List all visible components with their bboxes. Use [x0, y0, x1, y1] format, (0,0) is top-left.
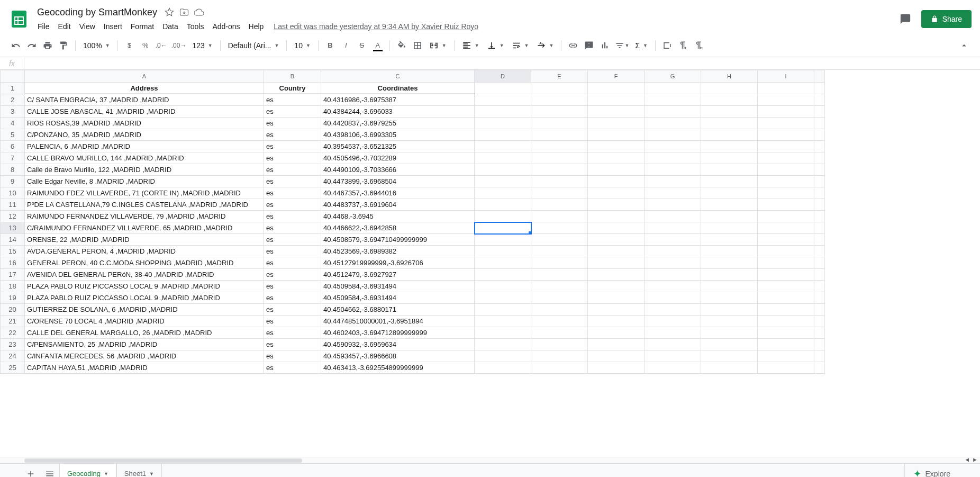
font-size-select[interactable]: 10▼ — [291, 38, 314, 53]
cell-H4[interactable] — [701, 118, 758, 129]
cell-F20[interactable] — [588, 304, 645, 316]
row-header-2[interactable]: 2 — [1, 94, 25, 106]
cell-C4[interactable]: 40.4420837,-3.6979255 — [321, 118, 475, 129]
cell-C16[interactable]: 40.45127919999999,-3.6926706 — [321, 257, 475, 269]
cell-B24[interactable]: es — [264, 350, 321, 362]
cell-D2[interactable] — [475, 94, 531, 106]
cell-G18[interactable] — [645, 281, 701, 292]
cell-C1[interactable]: Coordinates — [321, 83, 475, 94]
cell-A20[interactable]: GUTIERREZ DE SOLANA, 6 ,MADRID ,MADRID — [25, 304, 264, 316]
cell-H25[interactable] — [701, 362, 758, 374]
cell-A6[interactable]: PALENCIA, 6 ,MADRID ,MADRID — [25, 141, 264, 152]
cell-I10[interactable] — [758, 187, 814, 199]
cell-A24[interactable]: C/INFANTA MERCEDES, 56 ,MADRID ,MADRID — [25, 350, 264, 362]
cell-H2[interactable] — [701, 94, 758, 106]
cell-A7[interactable]: CALLE BRAVO MURILLO, 144 ,MADRID ,MADRID — [25, 152, 264, 164]
fill-color-button[interactable] — [394, 38, 409, 53]
cell-D21[interactable] — [475, 316, 531, 327]
cell-G15[interactable] — [645, 246, 701, 257]
italic-button[interactable]: I — [339, 38, 353, 53]
cell-B25[interactable]: es — [264, 362, 321, 374]
row-header-17[interactable]: 17 — [1, 269, 25, 281]
cell-H5[interactable] — [701, 129, 758, 141]
col-header-A[interactable]: A — [25, 70, 264, 83]
cell-D11[interactable] — [475, 199, 531, 211]
cell-D16[interactable] — [475, 257, 531, 269]
all-sheets-button[interactable] — [40, 464, 59, 478]
cell-C25[interactable]: 40.463413,-3.692554899999999 — [321, 362, 475, 374]
cell-A10[interactable]: RAIMUNDO FDEZ VILLAVERDE, 71 (CORTE IN) … — [25, 187, 264, 199]
menu-data[interactable]: Data — [159, 20, 182, 33]
row-header-9[interactable]: 9 — [1, 176, 25, 187]
cell-E20[interactable] — [531, 304, 588, 316]
decrease-decimal-button[interactable]: .0← — [154, 38, 169, 53]
cell-I21[interactable] — [758, 316, 814, 327]
cell-F11[interactable] — [588, 199, 645, 211]
cell-E8[interactable] — [531, 164, 588, 176]
cell-F3[interactable] — [588, 106, 645, 118]
menu-edit[interactable]: Edit — [55, 20, 75, 33]
insert-chart-button[interactable] — [597, 38, 612, 53]
cell-F12[interactable] — [588, 211, 645, 222]
cell-I13[interactable] — [758, 222, 814, 234]
cell-F24[interactable] — [588, 350, 645, 362]
cell-F15[interactable] — [588, 246, 645, 257]
redo-button[interactable] — [24, 38, 39, 53]
cell-H17[interactable] — [701, 269, 758, 281]
cell-B2[interactable]: es — [264, 94, 321, 106]
row-header-1[interactable]: 1 — [1, 83, 25, 94]
row-header-7[interactable]: 7 — [1, 152, 25, 164]
cell-E21[interactable] — [531, 316, 588, 327]
move-icon[interactable] — [179, 7, 189, 17]
cell-E23[interactable] — [531, 339, 588, 350]
cell-A8[interactable]: Calle de Bravo Murillo, 122 ,MADRID ,MAD… — [25, 164, 264, 176]
cell-C9[interactable]: 40.4473899,-3.6968504 — [321, 176, 475, 187]
cell-G10[interactable] — [645, 187, 701, 199]
cell-I15[interactable] — [758, 246, 814, 257]
cell-B4[interactable]: es — [264, 118, 321, 129]
cell-F16[interactable] — [588, 257, 645, 269]
cell-E19[interactable] — [531, 292, 588, 304]
cell-B9[interactable]: es — [264, 176, 321, 187]
insert-link-button[interactable] — [566, 38, 580, 53]
cell-I22[interactable] — [758, 327, 814, 339]
cell-F18[interactable] — [588, 281, 645, 292]
cell-A16[interactable]: GENERAL PERON, 40 C.C.MODA SHOPPING ,MAD… — [25, 257, 264, 269]
cell-F8[interactable] — [588, 164, 645, 176]
cell-H18[interactable] — [701, 281, 758, 292]
cell-B7[interactable]: es — [264, 152, 321, 164]
cell-B18[interactable]: es — [264, 281, 321, 292]
cell-I5[interactable] — [758, 129, 814, 141]
row-header-24[interactable]: 24 — [1, 350, 25, 362]
percent-button[interactable]: % — [138, 38, 153, 53]
cell-D12[interactable] — [475, 211, 531, 222]
cell-E10[interactable] — [531, 187, 588, 199]
select-all-corner[interactable] — [1, 70, 25, 83]
cell-C15[interactable]: 40.4523569,-3.6989382 — [321, 246, 475, 257]
cell-I2[interactable] — [758, 94, 814, 106]
cell-G21[interactable] — [645, 316, 701, 327]
zoom-select[interactable]: 100%▼ — [80, 38, 113, 53]
cell-G25[interactable] — [645, 362, 701, 374]
row-header-18[interactable]: 18 — [1, 281, 25, 292]
col-header-C[interactable]: C — [321, 70, 475, 83]
vertical-align-button[interactable]: ▼ — [484, 38, 507, 53]
print-button[interactable] — [40, 38, 55, 53]
cell-G2[interactable] — [645, 94, 701, 106]
cell-I24[interactable] — [758, 350, 814, 362]
cell-C12[interactable]: 40.4468,-3.6945 — [321, 211, 475, 222]
cell-F7[interactable] — [588, 152, 645, 164]
sheet-tab-sheet1[interactable]: Sheet1▼ — [116, 464, 162, 477]
cell-I19[interactable] — [758, 292, 814, 304]
font-select[interactable]: Default (Ari...▼ — [225, 38, 283, 53]
star-icon[interactable] — [165, 7, 174, 17]
cell-E17[interactable] — [531, 269, 588, 281]
cell-H3[interactable] — [701, 106, 758, 118]
cell-H21[interactable] — [701, 316, 758, 327]
row-header-21[interactable]: 21 — [1, 316, 25, 327]
cell-D20[interactable] — [475, 304, 531, 316]
row-header-22[interactable]: 22 — [1, 327, 25, 339]
cell-C14[interactable]: 40.4508579,-3.694710499999999 — [321, 234, 475, 246]
cell-E18[interactable] — [531, 281, 588, 292]
cell-G16[interactable] — [645, 257, 701, 269]
